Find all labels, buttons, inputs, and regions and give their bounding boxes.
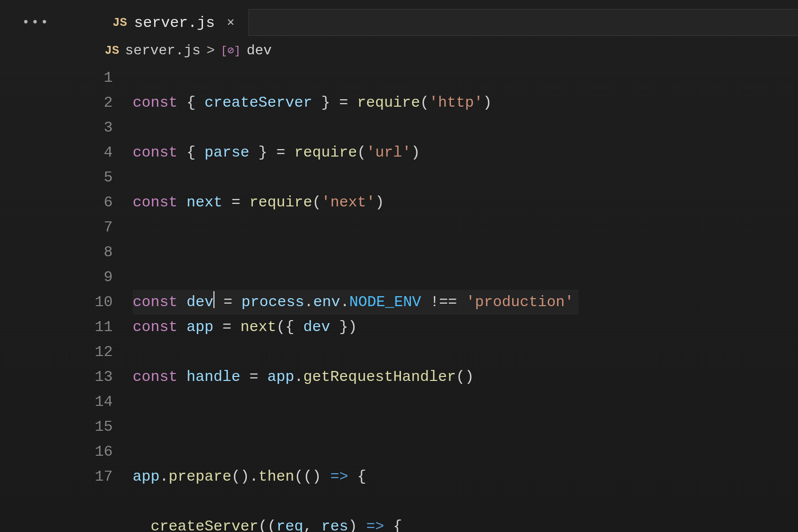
line-number: 10 (95, 290, 113, 315)
close-icon[interactable]: × (227, 15, 235, 30)
js-file-icon: JS (105, 44, 119, 57)
code-line[interactable]: const handle = app.getRequestHandler() (133, 364, 591, 389)
tab-bar: ••• JS server.js × (0, 9, 798, 36)
line-number: 5 (104, 165, 113, 190)
code-line[interactable]: const { parse } = require('url') (133, 140, 591, 165)
code-line[interactable]: createServer((req, res) => { (133, 514, 591, 532)
breadcrumb-file: server.js (125, 43, 200, 58)
tab-filename: server.js (134, 14, 215, 31)
line-number: 1 (104, 65, 113, 90)
line-number: 13 (95, 364, 113, 389)
line-number: 17 (95, 464, 113, 489)
line-number: 7 (104, 215, 113, 240)
line-number: 2 (104, 90, 113, 115)
line-number: 6 (104, 190, 113, 215)
variable-symbol-icon: [⊘] (221, 44, 241, 57)
line-number: 14 (95, 389, 113, 414)
code-line[interactable]: const next = require('next') (133, 190, 591, 215)
editor: ••• JS server.js × JS server.js > [⊘] de… (0, 0, 798, 532)
line-number: 3 (104, 115, 113, 140)
line-number: 8 (104, 240, 113, 265)
line-number: 16 (95, 439, 113, 464)
code-line[interactable] (133, 414, 591, 439)
tab-well (248, 9, 798, 36)
code-line[interactable]: const app = next({ dev }) (133, 315, 591, 340)
line-number: 12 (95, 340, 113, 364)
more-menu-icon[interactable]: ••• (22, 15, 50, 30)
code-line-active[interactable]: const dev = process.env.NODE_ENV !== 'pr… (133, 290, 579, 315)
code-line[interactable]: const { createServer } = require('http') (133, 90, 591, 115)
code-text[interactable]: const { createServer } = require('http')… (133, 65, 591, 532)
code-area[interactable]: 1 2 3 4 5 6 7 8 9 10 11 12 13 14 15 16 1… (0, 65, 798, 532)
breadcrumb-symbol: dev (247, 43, 272, 58)
line-number-gutter: 1 2 3 4 5 6 7 8 9 10 11 12 13 14 15 16 1… (95, 65, 133, 532)
code-line[interactable]: app.prepare().then(() => { (133, 464, 591, 489)
breadcrumb[interactable]: JS server.js > [⊘] dev (0, 36, 798, 65)
code-line[interactable] (133, 240, 591, 265)
js-file-icon: JS (113, 16, 127, 29)
line-number: 9 (104, 265, 113, 290)
chevron-right-icon: > (206, 43, 215, 58)
line-number: 15 (95, 414, 113, 439)
tab-server-js[interactable]: JS server.js × (110, 9, 244, 36)
line-number: 4 (104, 140, 113, 165)
line-number: 11 (95, 315, 113, 340)
